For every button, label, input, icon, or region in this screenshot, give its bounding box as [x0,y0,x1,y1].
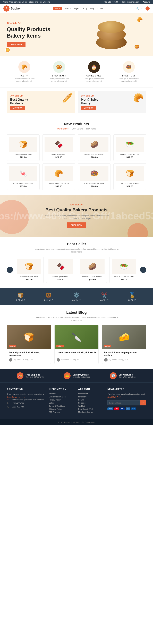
product-card[interactable]: 🥔 Praesentium vero nestic. $28.00 [78,256,107,283]
footer-account-title: ACCOUNT [78,388,104,390]
product-image: 🥗 [112,259,136,274]
product-card[interactable]: 🍫 Lorem, ipsum dolor. $24.00 [42,134,75,161]
product-price: $38.00 [44,185,73,188]
footer-link-terms[interactable]: Terms & Conditions [49,405,75,407]
footer-link-delivery[interactable]: Delivery Information [49,396,75,398]
product-card[interactable]: 🥐 Modi excepturi ut ipsum $38.00 [42,164,75,190]
tab-our-pastries[interactable]: Our Pastries [57,128,68,131]
product-card[interactable]: 🍞 Products Name Here $22.00 [114,164,146,190]
product-card[interactable]: 🍫 Lorem, ipsum dolor. $24.00 [46,256,75,283]
brand-text-4: BAKERY [100,299,109,301]
blog-image-3: 🧀 Bakery [102,325,146,349]
bread-layer-3: · · · · · · · · · [98,21,125,33]
blog-card-1[interactable]: 🍞 Bakery Lorem ipsum dolorit sit amet, c… [7,325,51,364]
footer-information-col: INFORMATION About us Delivery Informatio… [49,388,75,414]
product-name: Products Name Here [17,276,41,278]
footer-link-shipping[interactable]: Shipping [78,402,104,404]
blog-card-2[interactable]: 🔪 Bakery Lorem ipsum dolor sit, elit, do… [54,325,98,364]
nav-about[interactable]: About [65,7,70,10]
footer-link-privacy[interactable]: Privacy Policy [49,399,75,401]
wishlist-icon[interactable]: ♡ [141,7,144,10]
nav-home[interactable]: Home [53,7,62,10]
footer-link-my-account[interactable]: My account [78,393,104,395]
promo-banner-right: 25% Sale Off Hot & SpicyPastry SHOP NOW … [78,91,146,113]
product-name: Praesentium vero nestic. [80,153,108,155]
payment-amex-icon: AM [126,408,130,410]
blog-image-2: 🔪 Bakery [54,325,98,349]
footer-newsletter-title: NEWSLETTER [108,388,146,390]
product-card[interactable]: 🍩 Provident odis, are shide. $28.00 [78,164,111,190]
nav-pages[interactable]: Pages [74,7,80,10]
nav-shop[interactable]: Shop [82,7,88,10]
payment-paypal-icon: PP [120,408,124,410]
product-card[interactable]: 🥗 Sit amet consectetur elit. $32.00 [114,134,146,161]
footer-link-wishlist[interactable]: Wishlist [78,405,104,407]
footer-link-how-it-works[interactable]: How Does it Work [78,408,104,410]
category-pastry[interactable]: 🥐 PASTRY Lorem ipsum dolor sit ametconse… [7,61,42,82]
nav-blog[interactable]: Blog [90,7,94,10]
top-bar: World Wide Completely Free Returns and F… [0,0,153,4]
product-image: 🍞 [116,166,144,181]
footer-contact-email[interactable]: demo@example.com [7,396,24,398]
payments-icon: 💳 [64,372,70,379]
product-card[interactable]: 🍬 Atque earum ullam non. $35.00 [7,164,40,190]
brand-logo-1: 🍞 BAKERY [16,292,25,301]
shipping-icon: 🚚 [17,372,24,379]
footer-link-merchant[interactable]: Merchant Sign up [78,411,104,413]
product-name: Lorem, ipsum dolor. [48,276,73,278]
blog-tag-3: Bakery [104,345,111,347]
footer-link-return[interactable]: Return [78,399,104,401]
category-coffee-cake[interactable]: 🎂 COFEE CAKE Lorem ipsum dolor sit ametc… [76,61,111,82]
blog-desc: Lorem ipsum dolor sit amet, consectetur … [34,316,119,322]
footer-main: CONTACT US If you have any question plea… [0,382,153,419]
footer-feature-returns: ↩️ Easy Returns Shop Withs Confidence [110,372,136,379]
nav-contact[interactable]: Contact [98,7,104,10]
coffee-cake-desc: Lorem ipsum dolor sit ametconset adipisc… [76,78,111,82]
newsletter-email-input[interactable] [108,400,140,406]
footer-link-my-orders[interactable]: My orders [78,396,104,398]
product-card[interactable]: 🍞 Products Name Here $22.00 [14,256,44,283]
blog-author-3: By: Admin [109,359,116,361]
coffee-cake-icon: 🎂 [88,61,100,73]
topbar-left: World Wide Completely Free Returns and F… [4,1,50,3]
footer-newsletter-desc: If you have any question please contact … [108,393,146,399]
carousel-prev-button[interactable]: ‹ [7,267,13,273]
product-name: Sit amet consectetur elit. [116,153,144,155]
product-image: 🍫 [48,259,73,274]
topbar-email: demo@example.com [122,1,140,3]
footer-link-sales[interactable]: Sales [49,402,75,404]
product-price: $32.00 [112,278,136,281]
breakfast-title: BREAKFAST [42,74,76,77]
promo-right-button[interactable]: SHOP NOW [81,106,96,110]
footer-information-title: INFORMATION [49,388,75,390]
brand-text-3: BAKERY [72,299,81,301]
product-card[interactable]: 🍞 Products Name Here $22.00 [7,134,40,161]
newsletter-submit-button[interactable]: ➤ [140,400,146,406]
footer-contact-phone2: 📞 +1 123-456-789 [7,406,46,408]
cart-icon[interactable]: 0 [146,6,150,10]
tab-new-items[interactable]: New Items [86,128,96,131]
product-price: $22.00 [9,156,38,158]
phone-icon: 📞 [7,402,9,404]
topbar-account[interactable]: Account [143,1,150,3]
breakfast-desc: Lorem ipsum dolor sit ametconset adipisc… [42,78,76,82]
search-icon[interactable]: 🔍 [136,7,139,10]
product-card[interactable]: 🥔 Praesentium vero nestic. $28.00 [78,134,111,161]
promo-left-button[interactable]: SHOP NOW [10,106,25,110]
tab-best-sellers[interactable]: Best Sellers [72,128,83,131]
brand-logo-3: ⚙️ BAKERY [72,292,81,301]
footer-link-emi[interactable]: EMI Payment [49,411,75,413]
blog-card-3[interactable]: 🧀 Bakery harum dolorum culpa quas are ve… [102,325,146,364]
footer-features: 🚚 Free Shipping Support at $29 per order… [0,369,153,382]
footer-contact-title: CONTACT US [7,388,46,390]
footer-link-shipping-policy[interactable]: Shipping Policy [49,408,75,410]
category-breakfast[interactable]: 🥨 BREAKFAST Lorem ipsum dolor sit ametco… [42,61,76,82]
carousel-next-button[interactable]: › [140,267,146,273]
footer-link-about[interactable]: About us [49,393,75,395]
product-card[interactable]: 🥗 Sit amet consectetur elit. $32.00 [110,256,138,283]
category-bake-toast[interactable]: 🍩 BAKE TOST Lorem ipsum dolor sit ametco… [111,61,146,82]
logo[interactable]: B Bucker [4,6,21,12]
sale-banner-button[interactable]: SHOP NOW [67,222,86,228]
footer-newsletter-link[interactable]: Send Us A Post! [108,396,121,398]
hero-shop-now-button[interactable]: SHOP NOW [7,42,26,48]
